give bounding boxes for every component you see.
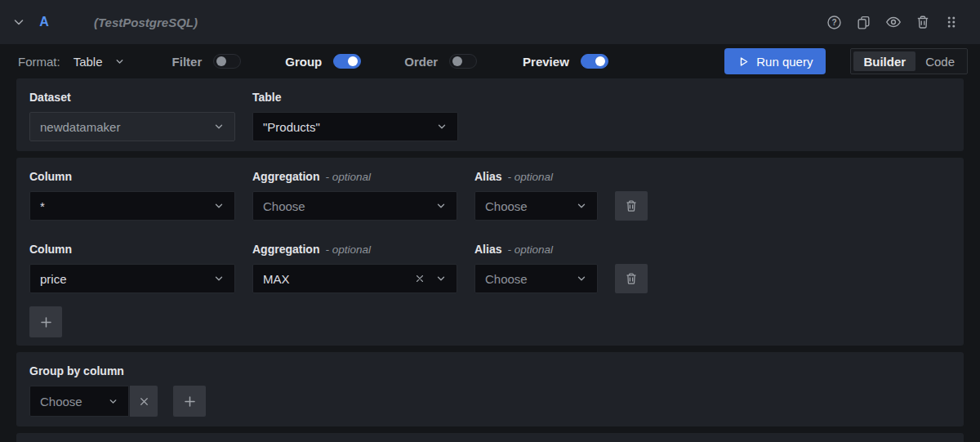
group-toggle[interactable]	[333, 54, 361, 69]
aggregation-label: Aggregation	[252, 169, 319, 185]
chevron-down-icon	[114, 56, 125, 67]
column-label: Column	[29, 169, 235, 185]
chevron-down-icon	[213, 121, 225, 132]
format-select[interactable]: Table	[74, 55, 125, 69]
toggle-knob	[348, 56, 358, 66]
play-icon	[737, 56, 750, 68]
optional-hint: - optional	[507, 169, 553, 185]
chevron-down-icon	[213, 200, 225, 212]
aggregation-label: Aggregation	[252, 242, 319, 257]
preview-label: Preview	[523, 55, 569, 69]
optional-hint: - optional	[325, 169, 371, 185]
format-label: Format:	[18, 55, 60, 69]
alias-select[interactable]: Choose	[474, 264, 598, 293]
optional-hint: - optional	[325, 242, 371, 257]
optional-hint: - optional	[507, 242, 553, 257]
column-row: Column price Aggregation - optional MA	[29, 242, 951, 293]
group-by-section: Group by column Choose	[16, 352, 964, 426]
add-group-by-button[interactable]	[173, 386, 206, 417]
add-column-button[interactable]	[29, 306, 62, 337]
query-builder-body: Dataset newdatamaker Table "Products"	[0, 78, 980, 442]
preview-toggle[interactable]	[581, 54, 608, 69]
query-ref-letter: A	[37, 15, 51, 29]
column-select[interactable]: price	[29, 264, 235, 293]
remove-column-button[interactable]	[615, 191, 648, 221]
preview-toggle-field: Preview	[523, 54, 608, 69]
toggle-knob	[216, 56, 226, 66]
dataset-table-section: Dataset newdatamaker Table "Products"	[16, 78, 964, 151]
column-select[interactable]: *	[29, 191, 235, 221]
trash-icon	[625, 199, 638, 212]
table-select[interactable]: "Products"	[252, 112, 458, 141]
select-columns-section: Column * Aggregation - optional Choose	[16, 158, 964, 346]
aggregation-select[interactable]: Choose	[252, 191, 457, 221]
clear-icon[interactable]	[414, 273, 425, 284]
group-by-column-select[interactable]: Choose	[29, 386, 129, 417]
order-label: Order	[404, 55, 438, 69]
toggle-knob	[595, 56, 605, 66]
eye-icon[interactable]	[885, 14, 902, 30]
plus-icon	[39, 315, 53, 329]
toggle-knob	[452, 56, 462, 66]
dataset-value: newdatamaker	[40, 120, 213, 134]
query-toolbar: Format: Table Filter Group Order Preview	[0, 44, 980, 78]
chevron-down-icon	[436, 121, 448, 132]
table-label: Table	[252, 90, 458, 105]
alias-value: Choose	[485, 199, 576, 213]
aggregation-select[interactable]: MAX	[252, 264, 457, 293]
filter-label: Filter	[172, 55, 203, 69]
datasource-name: (TestPostgreSQL)	[94, 16, 198, 29]
drag-handle-icon[interactable]	[944, 15, 959, 29]
chevron-down-icon	[576, 200, 587, 212]
column-label: Column	[29, 242, 235, 257]
chevron-down-icon	[576, 273, 587, 284]
editor-mode-switcher: Builder Code	[850, 48, 968, 74]
dataset-select: newdatamaker	[29, 112, 235, 141]
builder-mode-tab[interactable]: Builder	[853, 51, 915, 71]
group-by-label: Group by column	[29, 364, 951, 379]
alias-value: Choose	[485, 272, 576, 286]
alias-label: Alias	[474, 169, 501, 185]
next-section-edge	[16, 433, 964, 442]
remove-group-by-button[interactable]	[130, 386, 158, 417]
table-value: "Products"	[263, 120, 436, 134]
help-icon[interactable]: ?	[826, 15, 842, 30]
query-header-actions: ?	[826, 14, 959, 30]
chevron-down-icon	[435, 200, 447, 212]
format-value: Table	[74, 55, 103, 69]
aggregation-value: Choose	[263, 199, 435, 213]
query-header: A (TestPostgreSQL) ?	[0, 0, 980, 44]
delete-query-icon[interactable]	[915, 15, 930, 29]
group-by-value: Choose	[40, 395, 108, 409]
plus-icon	[183, 395, 197, 409]
filter-toggle[interactable]	[213, 54, 241, 69]
run-query-label: Run query	[756, 55, 813, 69]
remove-column-button[interactable]	[615, 264, 648, 293]
duplicate-icon[interactable]	[856, 15, 871, 30]
run-query-button[interactable]: Run query	[724, 48, 826, 74]
query-editor: A (TestPostgreSQL) ? Format: Table	[0, 0, 980, 442]
aggregation-value: MAX	[263, 272, 414, 286]
group-label: Group	[285, 55, 322, 69]
filter-toggle-field: Filter	[172, 54, 242, 69]
chevron-down-icon	[435, 273, 447, 284]
group-toggle-field: Group	[285, 54, 361, 69]
trash-icon	[625, 272, 638, 285]
order-toggle[interactable]	[449, 54, 477, 69]
close-icon	[138, 395, 150, 408]
column-row: Column * Aggregation - optional Choose	[29, 169, 951, 221]
code-mode-tab[interactable]: Code	[915, 51, 964, 71]
alias-label: Alias	[474, 242, 501, 257]
chevron-down-icon	[213, 273, 225, 284]
alias-select[interactable]: Choose	[474, 191, 598, 221]
order-toggle-field: Order	[404, 54, 477, 69]
column-value: price	[40, 272, 213, 286]
svg-text:?: ?	[831, 17, 836, 26]
chevron-down-icon	[108, 396, 118, 407]
dataset-label: Dataset	[29, 90, 235, 105]
collapse-chevron-icon[interactable]	[8, 16, 29, 29]
column-value: *	[40, 199, 213, 213]
